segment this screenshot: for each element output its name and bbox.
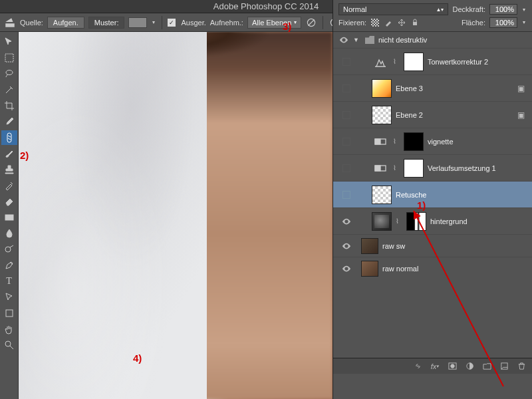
- visibility-toggle[interactable]: [342, 58, 350, 66]
- layer-row[interactable]: Ebene 2 ▣: [333, 101, 532, 128]
- dodge-tool[interactable]: [1, 242, 17, 257]
- visibility-toggle[interactable]: [342, 111, 350, 119]
- layer-row[interactable]: ⌇ Verlaufsumsetzung 1: [333, 154, 532, 181]
- visibility-icon[interactable]: [341, 216, 352, 227]
- layer-thumb[interactable]: [372, 212, 392, 231]
- mask-thumb[interactable]: [406, 212, 426, 231]
- link-icon[interactable]: ⌇: [393, 137, 400, 146]
- eraser-tool[interactable]: [1, 194, 17, 209]
- pattern-button[interactable]: Muster:: [88, 17, 125, 29]
- mask-thumb[interactable]: [404, 53, 424, 71]
- blend-mode-dropdown[interactable]: Normal▲▾: [338, 3, 448, 15]
- visibility-icon[interactable]: [341, 241, 352, 251]
- link-icon[interactable]: ⌇: [393, 164, 400, 173]
- layer-thumb[interactable]: [361, 238, 378, 254]
- blend-mode-value: Normal: [343, 5, 366, 13]
- layer-row[interactable]: ⌇ vignette: [333, 128, 532, 154]
- visibility-icon[interactable]: [338, 35, 349, 45]
- path-select-tool[interactable]: [1, 290, 17, 305]
- ignore-adjust-icon[interactable]: [305, 17, 317, 29]
- mask-thumb[interactable]: [404, 132, 424, 151]
- layer-row[interactable]: ⌇ hintergrund: [333, 207, 532, 234]
- layer-group-row[interactable]: ▼ nicht destruktiv: [333, 32, 532, 48]
- propagate-icon[interactable]: ▣: [515, 110, 527, 120]
- lock-position-icon[interactable]: [397, 18, 406, 27]
- layer-name[interactable]: hintergrund: [430, 217, 467, 225]
- layer-thumb[interactable]: [372, 106, 392, 124]
- layer-thumb[interactable]: [372, 186, 392, 204]
- wand-tool[interactable]: [1, 82, 17, 97]
- opacity-label: Deckkraft:: [452, 5, 485, 13]
- svg-rect-3: [5, 54, 13, 62]
- trash-icon[interactable]: [516, 361, 527, 372]
- layer-thumb[interactable]: [372, 79, 392, 98]
- stamp-tool[interactable]: [1, 162, 17, 177]
- link-layers-icon[interactable]: [412, 361, 423, 372]
- layers-bottom-bar: fx▾: [333, 358, 532, 374]
- layer-name[interactable]: Verlaufsumsetzung 1: [428, 164, 496, 172]
- lasso-tool[interactable]: [1, 66, 17, 81]
- layer-name[interactable]: vignette: [428, 138, 454, 146]
- lock-all-icon[interactable]: [410, 18, 420, 27]
- new-layer-icon[interactable]: [499, 361, 509, 372]
- sampled-button[interactable]: Aufgen.: [47, 17, 84, 29]
- layer-name[interactable]: Retusche: [396, 191, 426, 199]
- healing-brush-tool[interactable]: [1, 130, 17, 145]
- hand-tool[interactable]: [1, 322, 17, 336]
- visibility-toggle[interactable]: [342, 164, 350, 172]
- move-tool[interactable]: [1, 35, 17, 49]
- type-tool[interactable]: T: [1, 274, 17, 289]
- gradient-tool[interactable]: [1, 210, 17, 225]
- fill-field[interactable]: 100%: [489, 17, 517, 28]
- crop-tool[interactable]: [1, 98, 17, 113]
- brush-tool[interactable]: [1, 146, 17, 161]
- mask-thumb[interactable]: [404, 159, 424, 178]
- zoom-tool[interactable]: [1, 338, 17, 352]
- marquee-tool[interactable]: [1, 51, 17, 65]
- layer-row[interactable]: raw normal: [333, 257, 532, 279]
- visibility-toggle[interactable]: [342, 138, 350, 146]
- sample-dropdown[interactable]: Alle Ebenen▾: [247, 17, 301, 29]
- history-brush-tool[interactable]: [1, 178, 17, 193]
- svg-rect-6: [5, 215, 13, 220]
- layer-name[interactable]: Ebene 3: [396, 84, 423, 92]
- visibility-toggle[interactable]: [342, 84, 350, 92]
- lock-transparency-icon[interactable]: [370, 18, 380, 27]
- shape-tool[interactable]: [1, 306, 17, 321]
- link-icon[interactable]: ⌇: [393, 57, 400, 66]
- fx-icon[interactable]: fx▾: [430, 361, 440, 372]
- layer-name[interactable]: raw normal: [382, 265, 418, 273]
- opacity-field[interactable]: 100%: [489, 4, 517, 15]
- document-canvas[interactable]: [19, 32, 332, 399]
- fold-icon[interactable]: ▼: [353, 37, 361, 43]
- eyedropper-tool[interactable]: [1, 114, 17, 129]
- link-icon[interactable]: ⌇: [396, 217, 402, 226]
- group-name[interactable]: nicht destruktiv: [378, 36, 427, 44]
- new-group-icon[interactable]: [481, 361, 492, 372]
- add-mask-icon[interactable]: [447, 361, 458, 372]
- opacity-arrow-icon[interactable]: ▾: [521, 4, 527, 15]
- layer-row[interactable]: raw sw: [333, 234, 532, 257]
- brush-cursor: [166, 356, 176, 366]
- pen-tool[interactable]: [1, 258, 17, 273]
- layer-row[interactable]: ⌇ Tonwertkorrektur 2: [333, 48, 532, 74]
- pattern-swatch[interactable]: [128, 17, 147, 28]
- lock-pixels-icon[interactable]: [384, 18, 393, 27]
- tool-preset-icon[interactable]: [4, 17, 16, 29]
- visibility-icon[interactable]: [341, 263, 352, 274]
- layer-row[interactable]: Ebene 3 ▣: [333, 74, 532, 101]
- propagate-icon[interactable]: ▣: [515, 84, 527, 93]
- layer-row-selected[interactable]: Retusche: [333, 181, 532, 207]
- blur-tool[interactable]: [1, 226, 17, 241]
- layer-thumb[interactable]: [361, 261, 378, 277]
- fill-label: Fläche:: [462, 19, 485, 27]
- layer-name[interactable]: Ebene 2: [396, 111, 423, 119]
- adjustment-icon[interactable]: [464, 361, 475, 372]
- visibility-toggle[interactable]: [342, 191, 350, 199]
- svg-rect-5: [7, 133, 11, 142]
- layer-name[interactable]: raw sw: [382, 242, 405, 250]
- layer-name[interactable]: Tonwertkorrektur 2: [428, 58, 488, 66]
- fill-arrow-icon[interactable]: ▾: [521, 17, 527, 28]
- pattern-arrow-icon[interactable]: ▾: [151, 17, 156, 28]
- aligned-checkbox[interactable]: ✓: [168, 19, 176, 27]
